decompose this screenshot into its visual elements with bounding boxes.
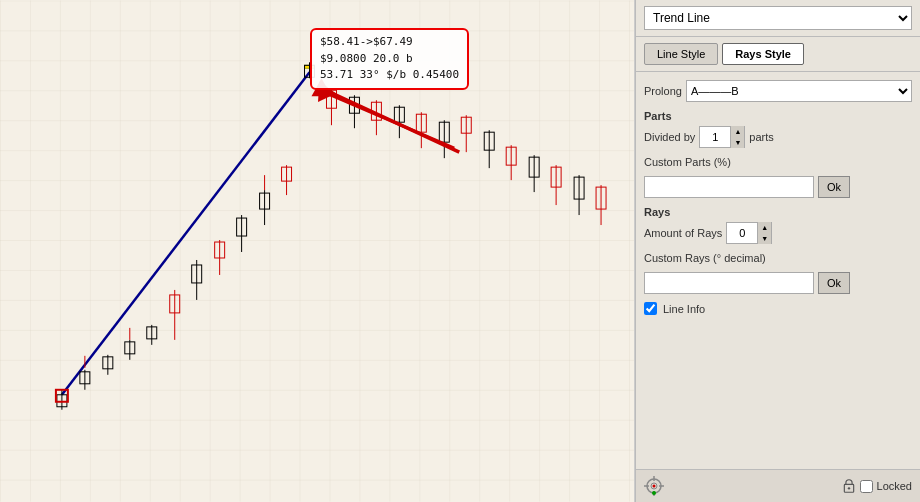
custom-parts-ok-btn[interactable]: Ok — [818, 176, 850, 198]
prolong-label: Prolong — [644, 85, 682, 97]
custom-parts-row: Custom Parts (%) — [644, 156, 912, 168]
svg-point-71 — [847, 487, 849, 489]
panel-footer: Locked — [636, 469, 920, 502]
divided-by-down[interactable]: ▼ — [730, 137, 744, 148]
custom-rays-input[interactable] — [644, 272, 814, 294]
divided-by-row: Divided by ▲ ▼ parts — [644, 126, 912, 148]
divided-by-up[interactable]: ▲ — [730, 126, 744, 137]
svg-point-69 — [652, 491, 656, 495]
chart-tooltip: $58.41->$67.49 $9.0800 20.0 b 53.71 33° … — [310, 28, 469, 90]
tooltip-line1: $58.41->$67.49 — [320, 34, 459, 51]
footer-right: Locked — [842, 479, 912, 493]
parts-section-label: Parts — [644, 110, 912, 122]
tooltip-line2: $9.0800 20.0 b — [320, 51, 459, 68]
right-panel: Trend Line Line Style Rays Style Prolong… — [635, 0, 920, 502]
divided-by-input[interactable] — [700, 127, 730, 147]
tab-rays-style[interactable]: Rays Style — [722, 43, 804, 65]
amount-of-rays-input[interactable] — [727, 223, 757, 243]
line-info-checkbox[interactable] — [644, 302, 657, 315]
prolong-row: Prolong A―――B ←――B A――→ ←――→ — [644, 80, 912, 102]
divided-by-spinner: ▲ ▼ — [699, 126, 745, 148]
svg-point-68 — [653, 485, 656, 488]
tab-line-style[interactable]: Line Style — [644, 43, 718, 65]
panel-header: Trend Line — [636, 0, 920, 37]
chart-area: $58.41->$67.49 $9.0800 20.0 b 53.71 33° … — [0, 0, 635, 502]
crosshair-icon[interactable] — [644, 476, 664, 496]
amount-of-rays-up[interactable]: ▲ — [757, 222, 771, 233]
custom-parts-label: Custom Parts (%) — [644, 156, 731, 168]
tooltip-line3: 53.71 33° $/b 0.45400 — [320, 67, 459, 84]
prolong-select[interactable]: A―――B ←――B A――→ ←――→ — [686, 80, 912, 102]
custom-parts-input[interactable] — [644, 176, 814, 198]
panel-title-select[interactable]: Trend Line — [644, 6, 912, 30]
custom-rays-ok-btn[interactable]: Ok — [818, 272, 850, 294]
amount-of-rays-down[interactable]: ▼ — [757, 233, 771, 244]
parts-label: parts — [749, 131, 773, 143]
custom-rays-input-row: Ok — [644, 272, 912, 294]
amount-of-rays-spinner: ▲ ▼ — [726, 222, 772, 244]
custom-rays-label: Custom Rays (° decimal) — [644, 252, 766, 264]
divided-by-label: Divided by — [644, 131, 695, 143]
rays-section-label: Rays — [644, 206, 912, 218]
footer-left — [644, 476, 664, 496]
divided-by-spinner-btns: ▲ ▼ — [730, 126, 744, 148]
amount-of-rays-spinner-btns: ▲ ▼ — [757, 222, 771, 244]
custom-parts-input-row: Ok — [644, 176, 912, 198]
panel-body: Prolong A―――B ←――B A――→ ←――→ Parts Divid… — [636, 72, 920, 469]
line-info-label: Line Info — [663, 303, 705, 315]
locked-checkbox[interactable] — [860, 480, 873, 493]
amount-of-rays-row: Amount of Rays ▲ ▼ — [644, 222, 912, 244]
custom-rays-row: Custom Rays (° decimal) — [644, 252, 912, 264]
tab-buttons: Line Style Rays Style — [636, 37, 920, 72]
line-info-row: Line Info — [644, 302, 912, 315]
amount-of-rays-label: Amount of Rays — [644, 227, 722, 239]
lock-icon — [842, 479, 856, 493]
locked-label: Locked — [877, 480, 912, 492]
